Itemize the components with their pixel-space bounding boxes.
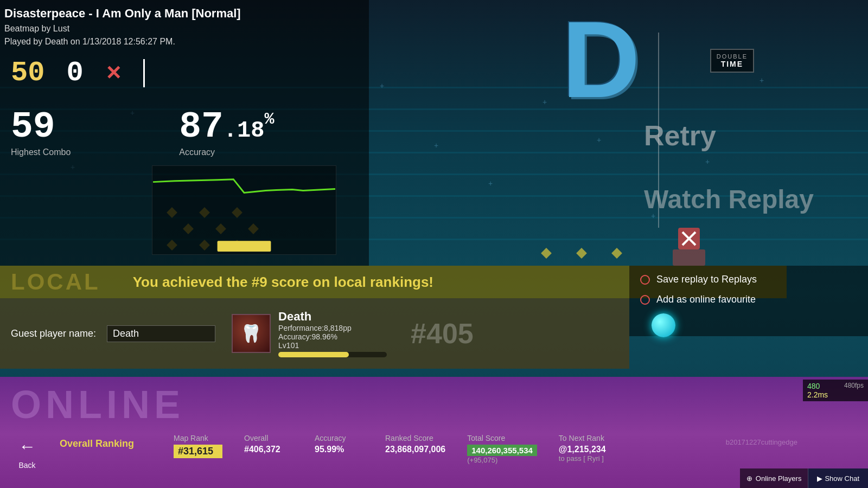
level-bar	[278, 352, 387, 357]
character-sprite	[662, 217, 716, 271]
svg-rect-2	[673, 249, 705, 266]
show-chat-icon: ▶	[817, 474, 822, 483]
header-info: Disasterpeace - I Am Only a Man [Normal]…	[4, 4, 241, 48]
back-button[interactable]: ← Back	[0, 434, 54, 470]
beatmap-by: Beatmap by Lust	[4, 22, 241, 35]
next-rank-sub: to pass [ Ryri ]	[559, 454, 608, 463]
guest-label: Guest player name:	[11, 328, 96, 339]
add-favourite-label: Add as online favourite	[656, 294, 756, 305]
add-favourite-radio[interactable]	[640, 295, 650, 305]
dt-label2: TIME	[717, 60, 748, 68]
guest-section: Guest player name: 🦷 Death Performance:8…	[0, 298, 629, 369]
total-score-header: Total Score	[467, 434, 537, 442]
fps-label1: 480fps	[844, 382, 864, 390]
map-rank-header: Map Rank	[174, 434, 222, 442]
total-score-col: Total Score 140,260,355,534 (+95,075)	[456, 434, 548, 464]
accuracy-col-header: Accuracy	[315, 434, 363, 442]
score-value: 50	[11, 57, 44, 89]
ranked-score-value: 23,868,097,006	[385, 445, 445, 454]
ranking-message: You achieved the #9 score on local ranki…	[133, 274, 433, 291]
accuracy-whole: 87	[179, 106, 224, 147]
accuracy-col: Accuracy 95.99%	[304, 434, 374, 454]
dt-label1: DOUBLE	[717, 53, 748, 60]
svg-rect-0	[218, 241, 271, 252]
player-info: Death Performance:8,818pp Accuracy:98.96…	[278, 310, 387, 357]
accuracy-graph	[152, 165, 336, 255]
bottom-right-buttons: ⊕ Online Players ▶ Show Chat	[740, 468, 868, 488]
online-players-label: Online Players	[756, 474, 802, 483]
double-time-badge: DOUBLE TIME	[710, 49, 754, 73]
back-arrow-icon: ←	[18, 436, 36, 457]
save-replay-row[interactable]: Save replay to Replays	[640, 274, 857, 285]
deco-plus: +	[380, 81, 384, 90]
fps-info: 480 480fps 2.2ms	[803, 380, 868, 401]
total-score-value: 140,260,355,534	[467, 445, 537, 456]
rank-badge: D	[562, 5, 640, 114]
accuracy-col-value: 95.99%	[315, 445, 363, 454]
player-card: 🦷 Death Performance:8,818pp Accuracy:98.…	[232, 310, 474, 357]
cyan-ball	[652, 313, 675, 337]
level-bar-fill	[278, 352, 349, 357]
player-avatar: 🦷	[232, 314, 271, 353]
save-replay-radio[interactable]	[640, 275, 650, 285]
watch-replay-button[interactable]: Watch Replay	[644, 184, 814, 214]
score-divider	[143, 59, 145, 87]
next-rank-header: To Next Rank	[559, 434, 608, 442]
save-replay-label: Save replay to Replays	[656, 274, 757, 285]
player-rank: #405	[411, 317, 474, 350]
bottom-stats-bar: ← Back Overall Ranking Map Rank #31,615 …	[0, 428, 868, 488]
accuracy-value: 87.18%	[179, 108, 274, 145]
retry-button[interactable]: Retry	[644, 119, 814, 152]
back-label: Back	[18, 461, 35, 470]
fps-row1: 480 480fps	[807, 382, 864, 390]
played-by: Played by Death on 1/13/2018 12:56:27 PM…	[4, 35, 241, 48]
combo-label: Highest Combo	[11, 147, 71, 157]
note-dot	[541, 248, 552, 259]
player-accuracy: Accuracy:98.96%	[278, 332, 387, 341]
fps-row2: 2.2ms	[807, 390, 864, 399]
overall-value: #406,372	[244, 445, 293, 454]
avatar-image: 🦷	[233, 315, 270, 352]
fps-value1: 480	[807, 382, 820, 390]
results-panel: Disasterpeace - I Am Only a Man [Normal]…	[0, 0, 369, 266]
player-performance: Performance:8,818pp	[278, 324, 387, 332]
overall-col: Overall #406,372	[233, 434, 304, 454]
player-name: Death	[278, 310, 387, 324]
character-svg	[662, 217, 716, 271]
guest-name-input[interactable]	[107, 325, 215, 342]
deco-plus: +	[434, 141, 438, 150]
map-rank-value: #31,615	[174, 445, 222, 458]
stats-row: 59 Highest Combo 87.18% Accuracy	[11, 108, 275, 157]
score-zero: 0	[66, 57, 83, 89]
song-title: Disasterpeace - I Am Only a Man [Normal]	[4, 4, 241, 22]
graph-svg	[152, 166, 336, 254]
online-players-icon: ⊕	[746, 474, 752, 483]
deco-plus: +	[760, 76, 764, 85]
note-dot	[611, 248, 622, 259]
next-rank-value: @1,215,234	[559, 445, 608, 454]
rank-letter: D	[562, 5, 640, 114]
ranked-score-header: Ranked Score	[385, 434, 445, 442]
local-text: LOCAL	[11, 269, 100, 295]
deco-plus: +	[542, 98, 547, 106]
total-score-sub: (+95,075)	[467, 456, 537, 464]
right-actions: Retry Watch Replay	[644, 119, 814, 214]
combo-block: 59 Highest Combo	[11, 108, 71, 157]
accuracy-label: Accuracy	[179, 147, 274, 157]
score-row: 50 0 ✕	[11, 57, 145, 89]
overall-ranking-label: Overall Ranking	[60, 434, 157, 450]
player-level: Lv101	[278, 341, 387, 350]
online-text: ONLINE	[11, 382, 184, 427]
overall-header: Overall	[244, 434, 293, 442]
note-dot	[576, 248, 587, 259]
map-rank-col: Map Rank #31,615	[163, 434, 233, 458]
score-x: ✕	[105, 62, 122, 85]
show-chat-button[interactable]: ▶ Show Chat	[808, 468, 868, 488]
ranked-score-col: Ranked Score 23,868,097,006	[374, 434, 456, 454]
show-chat-label: Show Chat	[825, 474, 859, 483]
online-players-button[interactable]: ⊕ Online Players	[740, 468, 808, 488]
accuracy-decimal: .18	[224, 118, 265, 144]
accuracy-percent: %	[265, 110, 275, 129]
add-favourite-row[interactable]: Add as online favourite	[640, 294, 857, 305]
combo-value: 59	[11, 108, 71, 145]
